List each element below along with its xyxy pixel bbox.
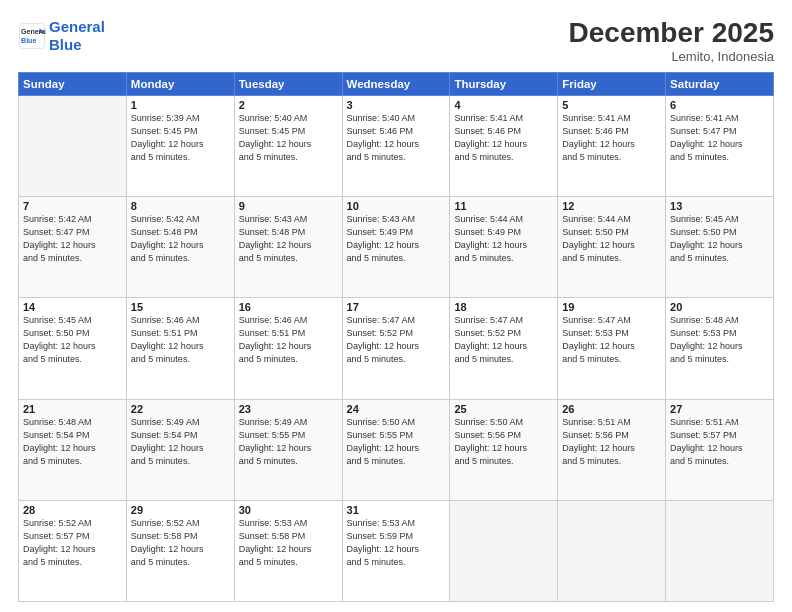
daylight-label: Daylight: 12 hours [562,139,635,149]
daylight-cont: and 5 minutes. [23,557,82,567]
daylight-cont: and 5 minutes. [347,456,406,466]
day-info: Sunrise: 5:42 AM Sunset: 5:48 PM Dayligh… [131,213,230,265]
daylight-cont: and 5 minutes. [239,456,298,466]
sunset-label: Sunset: 5:45 PM [239,126,306,136]
daylight-label: Daylight: 12 hours [23,240,96,250]
day-info: Sunrise: 5:52 AM Sunset: 5:57 PM Dayligh… [23,517,122,569]
daylight-cont: and 5 minutes. [670,152,729,162]
calendar-week-2: 7 Sunrise: 5:42 AM Sunset: 5:47 PM Dayli… [19,197,774,298]
day-number: 9 [239,200,338,212]
calendar-week-3: 14 Sunrise: 5:45 AM Sunset: 5:50 PM Dayl… [19,298,774,399]
daylight-cont: and 5 minutes. [347,253,406,263]
daylight-label: Daylight: 12 hours [131,240,204,250]
day-number: 18 [454,301,553,313]
day-info: Sunrise: 5:46 AM Sunset: 5:51 PM Dayligh… [131,314,230,366]
day-number: 23 [239,403,338,415]
sunset-label: Sunset: 5:54 PM [23,430,90,440]
daylight-cont: and 5 minutes. [239,152,298,162]
sunrise-label: Sunrise: 5:48 AM [670,315,739,325]
day-info: Sunrise: 5:47 AM Sunset: 5:53 PM Dayligh… [562,314,661,366]
sunrise-label: Sunrise: 5:45 AM [23,315,92,325]
daylight-cont: and 5 minutes. [131,253,190,263]
day-info: Sunrise: 5:53 AM Sunset: 5:58 PM Dayligh… [239,517,338,569]
day-info: Sunrise: 5:47 AM Sunset: 5:52 PM Dayligh… [454,314,553,366]
calendar-cell: 7 Sunrise: 5:42 AM Sunset: 5:47 PM Dayli… [19,197,127,298]
daylight-cont: and 5 minutes. [23,354,82,364]
day-info: Sunrise: 5:43 AM Sunset: 5:48 PM Dayligh… [239,213,338,265]
sunrise-label: Sunrise: 5:43 AM [347,214,416,224]
day-info: Sunrise: 5:44 AM Sunset: 5:50 PM Dayligh… [562,213,661,265]
sunrise-label: Sunrise: 5:47 AM [347,315,416,325]
daylight-cont: and 5 minutes. [454,253,513,263]
sunset-label: Sunset: 5:56 PM [562,430,629,440]
calendar-cell: 2 Sunrise: 5:40 AM Sunset: 5:45 PM Dayli… [234,95,342,196]
daylight-cont: and 5 minutes. [23,456,82,466]
calendar-cell: 13 Sunrise: 5:45 AM Sunset: 5:50 PM Dayl… [666,197,774,298]
day-number: 13 [670,200,769,212]
day-info: Sunrise: 5:50 AM Sunset: 5:55 PM Dayligh… [347,416,446,468]
calendar-cell: 3 Sunrise: 5:40 AM Sunset: 5:46 PM Dayli… [342,95,450,196]
calendar-cell: 20 Sunrise: 5:48 AM Sunset: 5:53 PM Dayl… [666,298,774,399]
day-info: Sunrise: 5:45 AM Sunset: 5:50 PM Dayligh… [670,213,769,265]
day-info: Sunrise: 5:50 AM Sunset: 5:56 PM Dayligh… [454,416,553,468]
sunrise-label: Sunrise: 5:40 AM [239,113,308,123]
day-info: Sunrise: 5:41 AM Sunset: 5:46 PM Dayligh… [454,112,553,164]
calendar-cell: 15 Sunrise: 5:46 AM Sunset: 5:51 PM Dayl… [126,298,234,399]
calendar-cell: 26 Sunrise: 5:51 AM Sunset: 5:56 PM Dayl… [558,399,666,500]
calendar-cell: 8 Sunrise: 5:42 AM Sunset: 5:48 PM Dayli… [126,197,234,298]
sunset-label: Sunset: 5:58 PM [131,531,198,541]
daylight-label: Daylight: 12 hours [347,443,420,453]
weekday-header-monday: Monday [126,72,234,95]
daylight-label: Daylight: 12 hours [454,240,527,250]
day-number: 10 [347,200,446,212]
sunset-label: Sunset: 5:46 PM [454,126,521,136]
day-info: Sunrise: 5:44 AM Sunset: 5:49 PM Dayligh… [454,213,553,265]
day-number: 21 [23,403,122,415]
daylight-cont: and 5 minutes. [562,354,621,364]
daylight-label: Daylight: 12 hours [131,341,204,351]
day-info: Sunrise: 5:45 AM Sunset: 5:50 PM Dayligh… [23,314,122,366]
day-number: 20 [670,301,769,313]
daylight-label: Daylight: 12 hours [347,240,420,250]
calendar-cell: 11 Sunrise: 5:44 AM Sunset: 5:49 PM Dayl… [450,197,558,298]
daylight-cont: and 5 minutes. [347,152,406,162]
day-number: 24 [347,403,446,415]
sunrise-label: Sunrise: 5:46 AM [131,315,200,325]
daylight-cont: and 5 minutes. [454,354,513,364]
sunrise-label: Sunrise: 5:46 AM [239,315,308,325]
calendar-cell: 18 Sunrise: 5:47 AM Sunset: 5:52 PM Dayl… [450,298,558,399]
daylight-label: Daylight: 12 hours [131,544,204,554]
calendar-cell: 1 Sunrise: 5:39 AM Sunset: 5:45 PM Dayli… [126,95,234,196]
sunset-label: Sunset: 5:45 PM [131,126,198,136]
sunrise-label: Sunrise: 5:53 AM [347,518,416,528]
logo-line1: General [49,18,105,35]
daylight-cont: and 5 minutes. [562,253,621,263]
day-number: 2 [239,99,338,111]
svg-text:Blue: Blue [21,37,36,44]
day-number: 31 [347,504,446,516]
day-number: 19 [562,301,661,313]
sunset-label: Sunset: 5:54 PM [131,430,198,440]
calendar-cell: 4 Sunrise: 5:41 AM Sunset: 5:46 PM Dayli… [450,95,558,196]
daylight-label: Daylight: 12 hours [239,240,312,250]
daylight-cont: and 5 minutes. [562,152,621,162]
weekday-header-tuesday: Tuesday [234,72,342,95]
daylight-cont: and 5 minutes. [454,152,513,162]
logo-icon: General Blue [18,22,46,50]
daylight-label: Daylight: 12 hours [562,341,635,351]
sunset-label: Sunset: 5:46 PM [347,126,414,136]
daylight-cont: and 5 minutes. [562,456,621,466]
day-info: Sunrise: 5:47 AM Sunset: 5:52 PM Dayligh… [347,314,446,366]
daylight-cont: and 5 minutes. [131,456,190,466]
sunrise-label: Sunrise: 5:43 AM [239,214,308,224]
daylight-label: Daylight: 12 hours [347,544,420,554]
sunset-label: Sunset: 5:48 PM [239,227,306,237]
calendar-week-1: 1 Sunrise: 5:39 AM Sunset: 5:45 PM Dayli… [19,95,774,196]
sunrise-label: Sunrise: 5:40 AM [347,113,416,123]
sunset-label: Sunset: 5:51 PM [131,328,198,338]
day-info: Sunrise: 5:43 AM Sunset: 5:49 PM Dayligh… [347,213,446,265]
day-number: 7 [23,200,122,212]
day-number: 4 [454,99,553,111]
daylight-cont: and 5 minutes. [131,354,190,364]
day-number: 3 [347,99,446,111]
